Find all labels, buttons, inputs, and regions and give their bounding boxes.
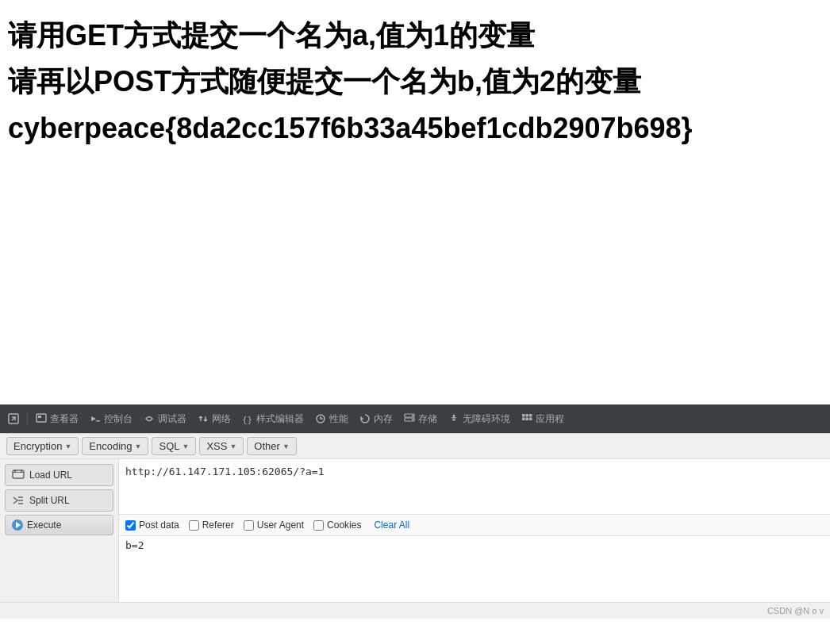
apps-icon (521, 413, 532, 424)
referer-checkbox-label[interactable]: Referer (189, 519, 234, 531)
console-label: 控制台 (104, 412, 133, 426)
network-icon (198, 413, 209, 424)
cookies-checkbox-label[interactable]: Cookies (313, 519, 361, 531)
post-data-checkbox-label[interactable]: Post data (125, 519, 179, 531)
other-label: Other (254, 440, 280, 452)
devtools-item-storage[interactable]: 存储 (399, 409, 442, 429)
svg-text:{}: {} (242, 415, 252, 424)
style-editor-icon: {} (242, 413, 253, 424)
network-label: 网络 (212, 412, 231, 426)
split-url-label: Split URL (29, 495, 70, 506)
encryption-label: Encryption (13, 440, 62, 452)
svg-rect-4 (96, 420, 100, 422)
post-data-value: b=2 (125, 539, 144, 551)
svg-rect-1 (37, 414, 46, 422)
encryption-arrow: ▼ (64, 443, 71, 450)
hackbar-sidebar: Load URL Split URL Execute (0, 459, 119, 602)
devtools-separator-1 (27, 411, 28, 427)
svg-rect-19 (13, 472, 24, 473)
encoding-menu[interactable]: Encoding ▼ (82, 437, 148, 455)
svg-rect-17 (529, 418, 532, 421)
execute-icon (12, 519, 23, 531)
svg-marker-3 (91, 416, 96, 421)
hackbar-main: Load URL Split URL Execute (0, 459, 830, 602)
svg-rect-20 (14, 470, 16, 472)
devtools-item-inspector[interactable]: 查看器 (31, 409, 83, 429)
storage-label: 存储 (418, 412, 437, 426)
devtools-item-network[interactable]: 网络 (193, 409, 236, 429)
clear-all-label: Clear All (374, 519, 409, 531)
encoding-label: Encoding (89, 440, 132, 452)
debugger-label: 调试器 (158, 412, 186, 426)
svg-rect-14 (529, 414, 532, 417)
instruction-line-2: 请再以POST方式随便提交一个名为b,值为2的变量 (8, 62, 822, 102)
svg-rect-21 (21, 470, 22, 472)
svg-point-9 (412, 415, 413, 416)
console-icon (90, 413, 101, 424)
load-url-label: Load URL (29, 470, 72, 481)
hackbar-content: Post data Referer User Agent Cookies Cle… (119, 459, 830, 602)
split-url-icon (12, 494, 25, 507)
load-url-button[interactable]: Load URL (5, 464, 113, 486)
post-data-area: b=2 (119, 536, 830, 602)
referer-checkbox[interactable] (189, 520, 199, 531)
sql-arrow: ▼ (183, 443, 190, 450)
svg-rect-15 (522, 418, 525, 421)
svg-rect-13 (526, 414, 529, 417)
flag-line: cyberpeace{8da2cc157f6b33a45bef1cdb2907b… (8, 109, 822, 148)
other-arrow: ▼ (282, 443, 290, 450)
post-data-label: Post data (139, 519, 179, 531)
user-agent-checkbox-label[interactable]: User Agent (244, 519, 304, 531)
post-data-checkbox[interactable] (125, 520, 136, 531)
debugger-icon (144, 413, 155, 424)
main-content: 请用GET方式提交一个名为a,值为1的变量 请再以POST方式随便提交一个名为b… (0, 0, 830, 404)
storage-icon (404, 413, 415, 424)
execute-button[interactable]: Execute (5, 515, 113, 535)
xss-arrow: ▼ (229, 443, 236, 450)
performance-label: 性能 (329, 412, 348, 426)
inspector-icon (36, 413, 47, 424)
accessibility-icon (448, 413, 459, 424)
svg-point-10 (412, 419, 413, 420)
svg-point-11 (453, 415, 455, 417)
style-editor-label: 样式编辑器 (256, 412, 304, 426)
encryption-menu[interactable]: Encryption ▼ (6, 437, 79, 455)
clear-all-button[interactable]: Clear All (374, 519, 409, 531)
encoding-arrow: ▼ (135, 443, 142, 450)
devtools-item-style-editor[interactable]: {} 样式编辑器 (237, 409, 309, 429)
xss-menu[interactable]: XSS ▼ (199, 437, 244, 455)
memory-label: 内存 (374, 412, 393, 426)
inspector-label: 查看器 (50, 412, 79, 426)
cookies-checkbox[interactable] (313, 520, 324, 531)
instruction-line-1: 请用GET方式提交一个名为a,值为1的变量 (8, 16, 822, 56)
devtools-item-apps[interactable]: 应用程 (517, 409, 569, 429)
svg-rect-12 (522, 414, 525, 417)
devtools-item-accessibility[interactable]: 无障碍环境 (444, 409, 515, 429)
performance-icon (315, 413, 326, 424)
xss-label: XSS (206, 440, 227, 452)
devtools-item-memory[interactable]: 内存 (355, 409, 398, 429)
split-url-button[interactable]: Split URL (5, 489, 113, 512)
load-url-icon (12, 469, 25, 481)
svg-rect-2 (38, 416, 41, 418)
sql-menu[interactable]: SQL ▼ (152, 437, 196, 455)
devtools-inspect-icon[interactable] (3, 410, 24, 427)
devtools-item-debugger[interactable]: 调试器 (139, 409, 191, 429)
other-menu[interactable]: Other ▼ (247, 437, 296, 455)
url-input[interactable] (119, 459, 830, 515)
user-agent-label: User Agent (257, 519, 304, 531)
hackbar-toolbar: Encryption ▼ Encoding ▼ SQL ▼ XSS ▼ Othe… (0, 434, 830, 459)
csdn-credit: CSDN @N o v (767, 606, 824, 615)
cookies-label: Cookies (327, 519, 361, 531)
hackbar-panel: Encryption ▼ Encoding ▼ SQL ▼ XSS ▼ Othe… (0, 433, 830, 619)
inspect-icon (8, 413, 19, 424)
devtools-item-console[interactable]: 控制台 (85, 409, 137, 429)
devtools-item-performance[interactable]: 性能 (310, 409, 353, 429)
execute-label: Execute (27, 519, 61, 531)
svg-rect-16 (526, 418, 529, 421)
memory-icon (359, 413, 371, 424)
hackbar-options: Post data Referer User Agent Cookies Cle… (119, 515, 830, 536)
accessibility-label: 无障碍环境 (463, 412, 510, 426)
user-agent-checkbox[interactable] (244, 520, 254, 531)
apps-label: 应用程 (536, 412, 564, 426)
